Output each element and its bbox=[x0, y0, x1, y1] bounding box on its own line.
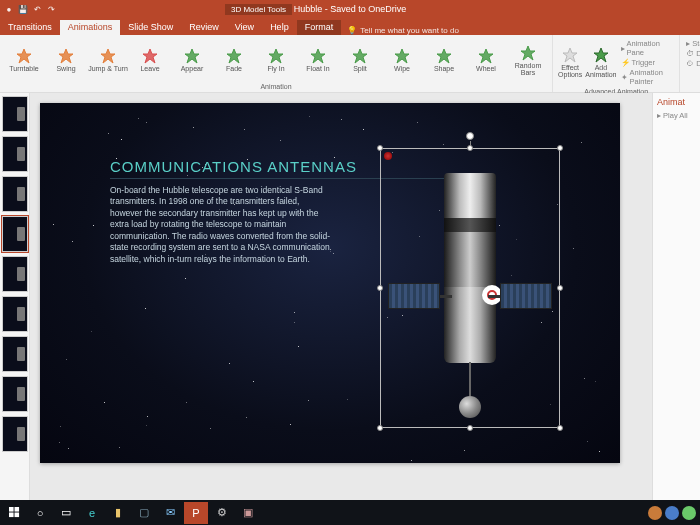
resize-handle-se[interactable] bbox=[557, 425, 563, 431]
resize-handle-n[interactable] bbox=[467, 145, 473, 151]
task-view-icon[interactable]: ▭ bbox=[54, 502, 78, 524]
star-icon bbox=[100, 48, 116, 64]
svg-marker-5 bbox=[227, 49, 241, 63]
animation-painter-button[interactable]: ✦ Animation Painter bbox=[621, 68, 674, 86]
svg-rect-18 bbox=[14, 513, 19, 518]
timing-duration[interactable]: ⏱ Duration bbox=[686, 49, 700, 58]
star-icon bbox=[352, 48, 368, 64]
adv-pane-label: Animation Pane bbox=[627, 39, 674, 57]
svg-marker-4 bbox=[185, 49, 199, 63]
tab-transitions[interactable]: Transitions bbox=[0, 20, 60, 35]
effect-wipe[interactable]: Wipe bbox=[382, 48, 422, 72]
avatar-1[interactable] bbox=[648, 506, 662, 520]
undo-icon[interactable]: ↶ bbox=[32, 4, 42, 14]
thumbnail-7[interactable] bbox=[2, 336, 28, 372]
file-explorer-icon[interactable]: ▮ bbox=[106, 502, 130, 524]
effect-label: Wipe bbox=[394, 65, 410, 72]
effect-leave[interactable]: Leave bbox=[130, 48, 170, 72]
effect-label: Swing bbox=[56, 65, 75, 72]
timing-start[interactable]: ▸ Start bbox=[686, 39, 700, 48]
resize-handle-w[interactable] bbox=[377, 285, 383, 291]
effect-random-bars[interactable]: Random Bars bbox=[508, 45, 548, 76]
slide-thumbnails[interactable] bbox=[0, 93, 30, 500]
start-button[interactable] bbox=[2, 502, 26, 524]
ribbon: TurntableSwingJump & TurnLeaveAppearFade… bbox=[0, 35, 700, 93]
svg-rect-17 bbox=[9, 513, 14, 518]
svg-marker-1 bbox=[59, 49, 73, 63]
autosave-toggle[interactable]: ● bbox=[4, 4, 14, 14]
star-icon bbox=[562, 47, 578, 63]
store-icon[interactable]: ▢ bbox=[132, 502, 156, 524]
star-icon bbox=[16, 48, 32, 64]
thumbnail-1[interactable] bbox=[2, 96, 28, 132]
resize-handle-e[interactable] bbox=[557, 285, 563, 291]
svg-marker-13 bbox=[563, 48, 577, 62]
settings-taskbar-icon[interactable]: ⚙ bbox=[210, 502, 234, 524]
effect-shape[interactable]: Shape bbox=[424, 48, 464, 72]
animation-pane-title: Animat bbox=[657, 97, 696, 107]
powerpoint-taskbar-icon[interactable]: P bbox=[184, 502, 208, 524]
effect-float-in[interactable]: Float In bbox=[298, 48, 338, 72]
effect-label: Jump & Turn bbox=[88, 65, 128, 72]
thumbnail-5[interactable] bbox=[2, 256, 28, 292]
tab-slideshow[interactable]: Slide Show bbox=[120, 20, 181, 35]
thumbnail-2[interactable] bbox=[2, 136, 28, 172]
app-icon[interactable]: ▣ bbox=[236, 502, 260, 524]
tab-animations[interactable]: Animations bbox=[60, 20, 121, 35]
thumbnail-8[interactable] bbox=[2, 376, 28, 412]
timing-group: ▸ Start ⏱ Duration ⏲ Delay bbox=[680, 35, 700, 92]
animation-pane[interactable]: Animat ▸ Play All bbox=[652, 93, 700, 500]
tab-view[interactable]: View bbox=[227, 20, 262, 35]
effect-options-label: Effect Options bbox=[557, 64, 583, 78]
star-icon bbox=[520, 45, 536, 61]
user-avatars bbox=[648, 506, 696, 520]
effect-options-button[interactable]: Effect Options bbox=[557, 47, 583, 78]
play-all-button[interactable]: ▸ Play All bbox=[657, 111, 696, 120]
redo-icon[interactable]: ↷ bbox=[46, 4, 56, 14]
tab-review[interactable]: Review bbox=[181, 20, 227, 35]
slide-canvas-area: COMMUNICATIONS ANTENNAS On-board the Hub… bbox=[30, 93, 652, 500]
slide[interactable]: COMMUNICATIONS ANTENNAS On-board the Hub… bbox=[40, 103, 620, 463]
star-icon bbox=[268, 48, 284, 64]
thumbnail-4[interactable] bbox=[2, 216, 28, 252]
resize-handle-sw[interactable] bbox=[377, 425, 383, 431]
save-icon[interactable]: 💾 bbox=[18, 4, 28, 14]
cortana-icon[interactable]: ○ bbox=[28, 502, 52, 524]
thumbnail-3[interactable] bbox=[2, 176, 28, 212]
avatar-3[interactable] bbox=[682, 506, 696, 520]
effect-fade[interactable]: Fade bbox=[214, 48, 254, 72]
resize-handle-s[interactable] bbox=[467, 425, 473, 431]
animation-gallery-group: TurntableSwingJump & TurnLeaveAppearFade… bbox=[0, 35, 553, 92]
slide-body-text[interactable]: On-board the Hubble telescope are two id… bbox=[110, 185, 330, 265]
effect-split[interactable]: Split bbox=[340, 48, 380, 72]
rotation-handle[interactable] bbox=[466, 132, 474, 140]
effect-turntable[interactable]: Turntable bbox=[4, 48, 44, 72]
tell-me-search[interactable]: 💡 Tell me what you want to do bbox=[347, 26, 459, 35]
tab-format[interactable]: Format bbox=[297, 20, 342, 35]
avatar-2[interactable] bbox=[665, 506, 679, 520]
ribbon-tabs: Transitions Animations Slide Show Review… bbox=[0, 18, 700, 35]
tab-help[interactable]: Help bbox=[262, 20, 297, 35]
effect-label: Wheel bbox=[476, 65, 496, 72]
effect-wheel[interactable]: Wheel bbox=[466, 48, 506, 72]
effect-jump-turn[interactable]: Jump & Turn bbox=[88, 48, 128, 72]
timing-delay[interactable]: ⏲ Delay bbox=[686, 59, 700, 68]
animation-pane-button[interactable]: ▸ Animation Pane bbox=[621, 39, 674, 57]
add-animation-button[interactable]: Add Animation bbox=[585, 47, 616, 78]
edge-icon[interactable]: e bbox=[80, 502, 104, 524]
effect-swing[interactable]: Swing bbox=[46, 48, 86, 72]
trigger-button[interactable]: ⚡ Trigger bbox=[621, 58, 674, 67]
star-icon bbox=[226, 48, 242, 64]
star-icon bbox=[58, 48, 74, 64]
effect-fly-in[interactable]: Fly In bbox=[256, 48, 296, 72]
effect-appear[interactable]: Appear bbox=[172, 48, 212, 72]
thumbnail-9[interactable] bbox=[2, 416, 28, 452]
effect-label: Random Bars bbox=[508, 62, 548, 76]
resize-handle-nw[interactable] bbox=[377, 145, 383, 151]
resize-handle-ne[interactable] bbox=[557, 145, 563, 151]
selection-box bbox=[380, 148, 560, 428]
mail-icon[interactable]: ✉ bbox=[158, 502, 182, 524]
thumbnail-6[interactable] bbox=[2, 296, 28, 332]
record-indicator-icon bbox=[384, 152, 392, 160]
selected-3d-model[interactable] bbox=[380, 148, 560, 428]
